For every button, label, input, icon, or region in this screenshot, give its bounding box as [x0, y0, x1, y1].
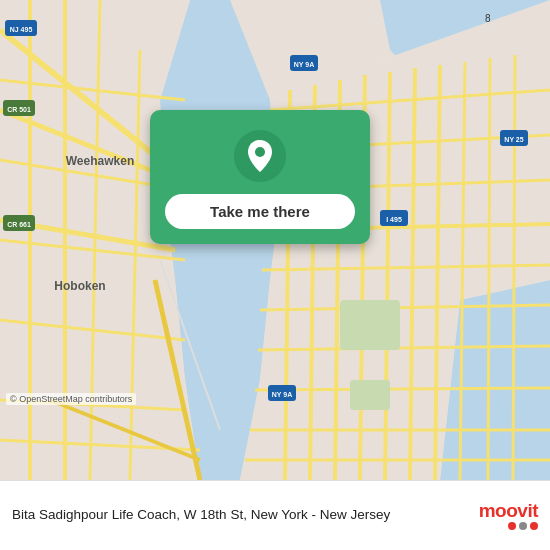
svg-point-64 — [255, 147, 265, 157]
svg-text:NJ 495: NJ 495 — [10, 26, 33, 33]
moovit-logo-dots — [508, 522, 538, 530]
bottom-bar: Bita Sadighpour Life Coach, W 18th St, N… — [0, 480, 550, 550]
svg-rect-59 — [350, 380, 390, 410]
svg-text:Weehawken: Weehawken — [66, 154, 134, 168]
dot-gray-1 — [519, 522, 527, 530]
map-container: NY 9A NY 9A NY 9A I 495 NY 25 NJ 495 CR … — [0, 0, 550, 480]
svg-text:NY 9A: NY 9A — [272, 391, 293, 398]
location-text: Bita Sadighpour Life Coach, W 18th St, N… — [12, 506, 469, 525]
svg-text:Hoboken: Hoboken — [54, 279, 105, 293]
svg-rect-58 — [340, 300, 400, 350]
moovit-logo-text: moovit — [479, 501, 538, 520]
svg-text:CR 661: CR 661 — [7, 221, 31, 228]
location-pin-icon — [234, 130, 286, 182]
svg-text:NY 25: NY 25 — [504, 136, 523, 143]
moovit-logo: moovit — [479, 501, 538, 530]
take-me-there-button[interactable]: Take me there — [165, 194, 355, 229]
svg-text:NY 9A: NY 9A — [294, 61, 315, 68]
osm-attribution: © OpenStreetMap contributors — [6, 393, 136, 405]
svg-text:I 495: I 495 — [386, 216, 402, 223]
svg-line-36 — [255, 388, 550, 390]
dot-red-1 — [508, 522, 516, 530]
svg-line-27 — [488, 58, 490, 480]
svg-text:CR 501: CR 501 — [7, 106, 31, 113]
svg-text:8: 8 — [485, 13, 491, 24]
svg-line-28 — [513, 55, 515, 480]
destination-card: Take me there — [150, 110, 370, 244]
dot-red-2 — [530, 522, 538, 530]
